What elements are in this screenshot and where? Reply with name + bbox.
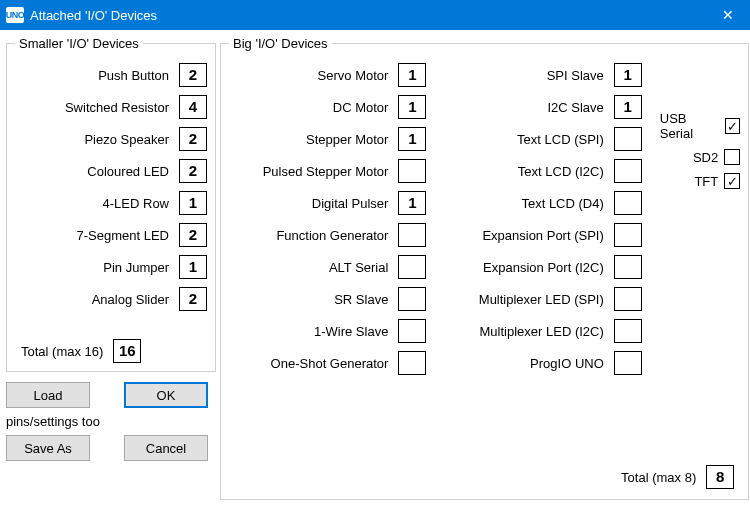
big-item-row: I2C Slave1: [444, 95, 641, 119]
big-item-value[interactable]: [398, 223, 426, 247]
big-item-value[interactable]: [398, 255, 426, 279]
smaller-item-value[interactable]: 2: [179, 223, 207, 247]
cancel-button[interactable]: Cancel: [124, 435, 208, 461]
big-item-value[interactable]: [614, 287, 642, 311]
big-item-value[interactable]: 1: [398, 95, 426, 119]
big-item-label: Expansion Port (SPI): [482, 228, 603, 243]
close-button[interactable]: ✕: [705, 0, 750, 30]
big-item-label: Multiplexer LED (SPI): [479, 292, 604, 307]
big-item-label: Function Generator: [276, 228, 388, 243]
big-item-row: ProgIO UNO: [444, 351, 641, 375]
smaller-item-row: Push Button2: [15, 63, 207, 87]
app-icon: UNO: [6, 7, 24, 23]
big-item-value[interactable]: 1: [614, 63, 642, 87]
smaller-item-label: Analog Slider: [92, 292, 169, 307]
smaller-item-value[interactable]: 1: [179, 191, 207, 215]
smaller-item-value[interactable]: 2: [179, 63, 207, 87]
smaller-item-row: Coloured LED2: [15, 159, 207, 183]
smaller-item-label: Pin Jumper: [103, 260, 169, 275]
smaller-item-label: Coloured LED: [87, 164, 169, 179]
big-item-value[interactable]: [614, 223, 642, 247]
smaller-item-label: Switched Resistor: [65, 100, 169, 115]
big-item-label: SPI Slave: [547, 68, 604, 83]
big-item-label: One-Shot Generator: [271, 356, 389, 371]
checkbox-row: USB Serial✓: [660, 111, 740, 141]
smaller-item-row: Switched Resistor4: [15, 95, 207, 119]
pins-settings-label: pins/settings too: [6, 414, 106, 429]
big-item-row: Expansion Port (I2C): [444, 255, 641, 279]
big-item-row: Text LCD (D4): [444, 191, 641, 215]
ok-button[interactable]: OK: [124, 382, 208, 408]
checkbox-label: USB Serial: [660, 111, 719, 141]
checkbox-row: SD2: [660, 149, 740, 165]
big-item-value[interactable]: [398, 351, 426, 375]
smaller-item-label: Push Button: [98, 68, 169, 83]
smaller-devices-group: Smaller 'I/O' Devices Push Button2Switch…: [6, 36, 216, 372]
big-item-row: Servo Motor1: [229, 63, 426, 87]
big-item-value[interactable]: 1: [398, 191, 426, 215]
save-as-button[interactable]: Save As: [6, 435, 90, 461]
smaller-item-value[interactable]: 2: [179, 287, 207, 311]
big-item-row: SPI Slave1: [444, 63, 641, 87]
big-item-label: Pulsed Stepper Motor: [263, 164, 389, 179]
smaller-total-value: 16: [113, 339, 141, 363]
close-icon: ✕: [722, 7, 734, 23]
big-item-label: Digital Pulser: [312, 196, 389, 211]
checkbox[interactable]: ✓: [725, 118, 740, 134]
big-item-row: Stepper Motor1: [229, 127, 426, 151]
big-item-row: DC Motor1: [229, 95, 426, 119]
smaller-item-label: 7-Segment LED: [77, 228, 170, 243]
smaller-item-value[interactable]: 2: [179, 127, 207, 151]
big-item-row: One-Shot Generator: [229, 351, 426, 375]
big-item-row: Digital Pulser1: [229, 191, 426, 215]
smaller-item-value[interactable]: 4: [179, 95, 207, 119]
window-title: Attached 'I/O' Devices: [30, 8, 705, 23]
big-item-value[interactable]: [614, 159, 642, 183]
big-item-row: Expansion Port (SPI): [444, 223, 641, 247]
big-item-label: Multiplexer LED (I2C): [480, 324, 604, 339]
big-item-row: 1-Wire Slave: [229, 319, 426, 343]
big-item-value[interactable]: [398, 159, 426, 183]
big-item-value[interactable]: 1: [398, 127, 426, 151]
titlebar: UNO Attached 'I/O' Devices ✕: [0, 0, 750, 30]
big-devices-legend: Big 'I/O' Devices: [229, 36, 332, 51]
big-item-label: Expansion Port (I2C): [483, 260, 604, 275]
big-item-value[interactable]: [614, 191, 642, 215]
big-item-value[interactable]: 1: [398, 63, 426, 87]
big-total-value: 8: [706, 465, 734, 489]
big-item-row: Text LCD (SPI): [444, 127, 641, 151]
big-item-label: SR Slave: [334, 292, 388, 307]
smaller-item-row: 7-Segment LED2: [15, 223, 207, 247]
smaller-item-value[interactable]: 1: [179, 255, 207, 279]
big-item-value[interactable]: [614, 127, 642, 151]
big-item-label: Stepper Motor: [306, 132, 388, 147]
smaller-item-label: Piezo Speaker: [84, 132, 169, 147]
big-item-row: Function Generator: [229, 223, 426, 247]
big-item-label: Text LCD (SPI): [517, 132, 604, 147]
checkbox[interactable]: ✓: [724, 173, 740, 189]
big-item-row: Multiplexer LED (I2C): [444, 319, 641, 343]
smaller-item-value[interactable]: 2: [179, 159, 207, 183]
big-item-label: DC Motor: [333, 100, 389, 115]
smaller-item-row: 4-LED Row1: [15, 191, 207, 215]
big-item-row: Pulsed Stepper Motor: [229, 159, 426, 183]
checkbox[interactable]: [724, 149, 740, 165]
big-item-label: ALT Serial: [329, 260, 389, 275]
big-item-value[interactable]: 1: [614, 95, 642, 119]
smaller-item-label: 4-LED Row: [103, 196, 169, 211]
big-item-value[interactable]: [614, 319, 642, 343]
big-item-label: Text LCD (I2C): [518, 164, 604, 179]
big-item-value[interactable]: [398, 319, 426, 343]
big-item-value[interactable]: [398, 287, 426, 311]
big-item-label: ProgIO UNO: [530, 356, 604, 371]
checkbox-label: SD2: [693, 150, 718, 165]
big-item-row: SR Slave: [229, 287, 426, 311]
smaller-item-row: Pin Jumper1: [15, 255, 207, 279]
big-item-value[interactable]: [614, 351, 642, 375]
big-item-label: I2C Slave: [547, 100, 603, 115]
smaller-item-row: Piezo Speaker2: [15, 127, 207, 151]
smaller-devices-legend: Smaller 'I/O' Devices: [15, 36, 143, 51]
big-item-value[interactable]: [614, 255, 642, 279]
checkbox-row: TFT✓: [660, 173, 740, 189]
load-button[interactable]: Load: [6, 382, 90, 408]
